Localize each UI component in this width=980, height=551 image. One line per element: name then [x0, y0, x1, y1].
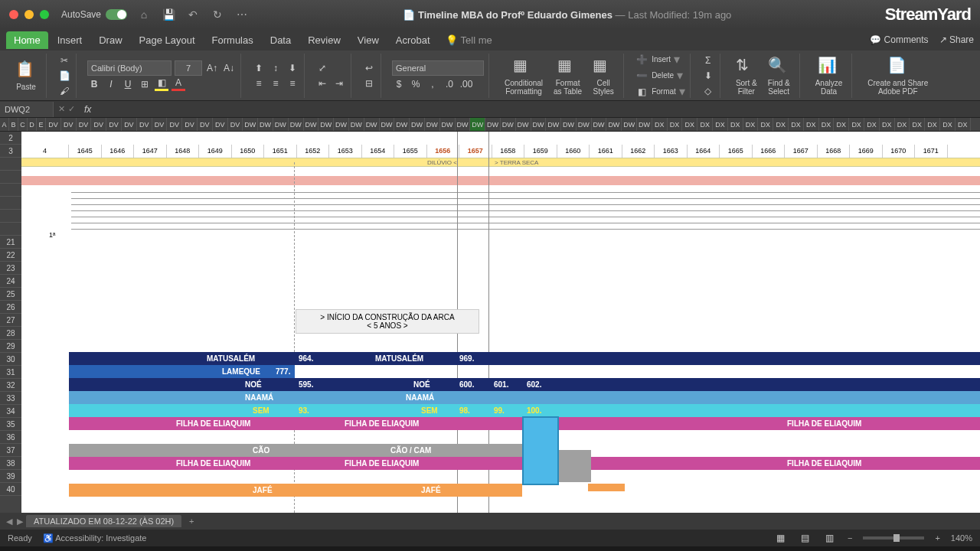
- insert-menu[interactable]: ➕Insert▾: [635, 52, 685, 67]
- sort-filter[interactable]: ⇅ Sort & Filter: [731, 54, 762, 97]
- format-as-table[interactable]: ▦ Format as Table: [549, 54, 586, 97]
- paste-button[interactable]: 📋 Paste: [11, 58, 41, 93]
- next-sheet-icon[interactable]: ▶: [17, 517, 23, 527]
- dec-decimal-icon[interactable]: .00: [459, 77, 473, 91]
- format-menu[interactable]: ◧Format▾: [635, 84, 685, 99]
- column-headers[interactable]: ABCDEDVDVDVDVDVDVDVDVDVDVDVDVDVDWDWDWDWD…: [0, 118, 980, 132]
- tab-acrobat[interactable]: Acrobat: [388, 31, 438, 49]
- format-icon: ◧: [635, 85, 648, 99]
- tab-formulas[interactable]: Formulas: [204, 31, 261, 49]
- comma-icon[interactable]: ,: [426, 77, 439, 91]
- indent-inc-icon[interactable]: ⇥: [332, 77, 346, 90]
- fill-icon[interactable]: ⬇: [701, 69, 715, 83]
- size-select[interactable]: [175, 60, 202, 76]
- sheet-tab[interactable]: ATUALIZADO EM 08-12-22 (ÀS 02H): [26, 515, 181, 527]
- inc-decimal-icon[interactable]: .0: [443, 77, 456, 91]
- autosave-label: AutoSave: [61, 9, 101, 20]
- noe-val4: 602.: [527, 380, 541, 389]
- maximize-window[interactable]: [40, 10, 49, 19]
- create-pdf[interactable]: 📄 Create and Share Adobe PDF: [863, 54, 933, 97]
- format-painter-icon[interactable]: 🖌: [57, 84, 71, 98]
- find-select[interactable]: 🔍 Find & Select: [763, 54, 795, 97]
- view-normal-icon[interactable]: ▦: [774, 531, 788, 545]
- align-middle-icon[interactable]: ↕: [269, 61, 283, 75]
- italic-icon[interactable]: I: [104, 77, 118, 91]
- analyze-icon: 📊: [818, 56, 839, 77]
- home-icon[interactable]: ⌂: [136, 7, 152, 22]
- view-break-icon[interactable]: ▥: [823, 531, 837, 545]
- tab-layout[interactable]: Page Layout: [132, 31, 203, 49]
- merge-icon[interactable]: ⊟: [362, 77, 376, 90]
- align-top-icon[interactable]: ⬆: [252, 61, 266, 75]
- redo-icon[interactable]: ↻: [210, 7, 225, 22]
- tab-review[interactable]: Review: [300, 31, 348, 49]
- accept-formula-icon[interactable]: ✓: [68, 104, 75, 114]
- blue-block: [522, 416, 559, 485]
- view-layout-icon[interactable]: ▤: [799, 531, 812, 545]
- bold-icon[interactable]: B: [87, 77, 101, 91]
- accessibility-status[interactable]: ♿ Accessibility: Investigate: [43, 533, 147, 543]
- currency-icon[interactable]: $: [392, 77, 406, 91]
- zoom-level[interactable]: 140%: [951, 533, 972, 543]
- number-format[interactable]: [392, 60, 484, 76]
- jafe-label: JAFÉ: [253, 486, 273, 494]
- align-bottom-icon[interactable]: ⬇: [286, 61, 299, 75]
- cell-styles[interactable]: ▦ Cell Styles: [588, 54, 619, 97]
- align-left-icon[interactable]: ≡: [252, 77, 266, 90]
- underline-icon[interactable]: U: [121, 77, 135, 91]
- tab-view[interactable]: View: [350, 31, 387, 49]
- font-color-icon[interactable]: A: [172, 77, 185, 91]
- lameque-label: LAMEQUE: [222, 367, 260, 376]
- orange-block: [588, 484, 625, 491]
- row-headers[interactable]: 2321222324252627282930313233343536373839…: [0, 132, 21, 513]
- sem-label2: SEM: [421, 406, 438, 415]
- zoom-in-button[interactable]: +: [935, 533, 939, 543]
- align-right-icon[interactable]: ≡: [286, 77, 299, 90]
- noe-val3: 601.: [494, 380, 508, 389]
- zoom-slider[interactable]: [863, 536, 924, 540]
- indent-dec-icon[interactable]: ⇤: [315, 77, 329, 90]
- name-box[interactable]: DWQ2: [0, 102, 54, 117]
- delete-menu[interactable]: ➖Delete▾: [635, 68, 685, 83]
- tab-draw[interactable]: Draw: [91, 31, 129, 49]
- tab-insert[interactable]: Insert: [50, 31, 90, 49]
- undo-icon[interactable]: ↶: [185, 7, 201, 22]
- decrease-font-icon[interactable]: A↓: [222, 61, 236, 75]
- add-sheet-button[interactable]: +: [185, 514, 198, 528]
- matusalem-val2: 969.: [459, 354, 474, 363]
- more-icon[interactable]: ⋯: [234, 7, 250, 22]
- share-button[interactable]: ↗ Share: [939, 34, 974, 45]
- tell-me[interactable]: 💡 Tell me: [446, 34, 492, 46]
- styles-icon: ▦: [593, 56, 614, 77]
- copy-icon[interactable]: 📄: [57, 69, 71, 83]
- border-icon[interactable]: ⊞: [138, 77, 152, 91]
- orientation-icon[interactable]: ⤢: [315, 61, 329, 75]
- font-select[interactable]: [87, 60, 172, 76]
- prev-sheet-icon[interactable]: ◀: [6, 517, 12, 527]
- align-center-icon[interactable]: ≡: [269, 77, 283, 90]
- minimize-window[interactable]: [24, 10, 34, 19]
- clear-icon[interactable]: ◇: [701, 84, 715, 98]
- percent-icon[interactable]: %: [409, 77, 423, 91]
- conditional-formatting[interactable]: ▦ Conditional Formatting: [500, 54, 547, 97]
- naama-label: NAAMÁ: [245, 393, 273, 402]
- spreadsheet-grid[interactable]: 4164516461647164816491650165116521653165…: [21, 132, 980, 513]
- wrap-icon[interactable]: ↩: [362, 61, 376, 75]
- zoom-out-button[interactable]: −: [848, 533, 852, 543]
- tab-home[interactable]: Home: [6, 31, 48, 49]
- analyze-data[interactable]: 📊 Analyze Data: [811, 54, 848, 97]
- autosum-icon[interactable]: Σ: [701, 54, 715, 67]
- fill-color-icon[interactable]: ◧: [155, 77, 168, 91]
- increase-font-icon[interactable]: A↑: [205, 61, 219, 75]
- cao-cam-label: CÃO / CAM: [390, 446, 431, 455]
- autosave-toggle[interactable]: [106, 9, 127, 20]
- filha-label4: FILHA DE ELIAQUIM: [176, 459, 250, 468]
- noe-val1: 595.: [299, 380, 313, 389]
- cancel-formula-icon[interactable]: ✕: [58, 104, 65, 114]
- cut-icon[interactable]: ✂: [57, 54, 71, 67]
- save-icon[interactable]: 💾: [161, 7, 176, 22]
- pdf-icon: 📄: [887, 56, 909, 77]
- tab-data[interactable]: Data: [263, 31, 299, 49]
- comments-button[interactable]: 💬 Comments: [870, 34, 928, 45]
- close-window[interactable]: [9, 10, 18, 19]
